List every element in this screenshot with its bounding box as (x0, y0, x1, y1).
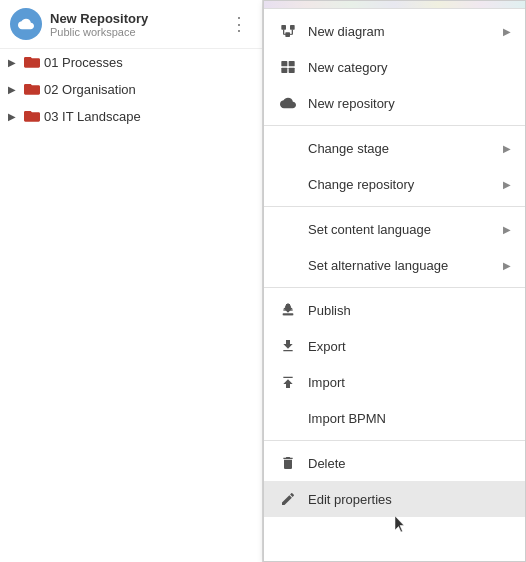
cloud-menu-icon (278, 93, 298, 113)
folder-icon-03 (24, 108, 40, 125)
svg-rect-5 (281, 61, 287, 66)
svg-rect-7 (281, 68, 287, 73)
menu-item-new-repository[interactable]: New repository (264, 85, 525, 121)
change-stage-label: Change stage (308, 141, 493, 156)
svg-rect-1 (290, 25, 295, 30)
tree-arrow-03: ▶ (8, 111, 20, 122)
tree-label-01: 01 Processes (44, 55, 123, 70)
menu-item-edit-properties[interactable]: Edit properties (264, 481, 525, 517)
menu-section-publish: Publish Export Import Import BPMN (264, 288, 525, 441)
menu-item-publish[interactable]: Publish (264, 292, 525, 328)
tree-arrow-02: ▶ (8, 84, 20, 95)
import-bpmn-label: Import BPMN (308, 411, 511, 426)
menu-item-set-content-language[interactable]: Set content language ▶ (264, 211, 525, 247)
set-content-language-arrow: ▶ (503, 224, 511, 235)
menu-item-import[interactable]: Import (264, 364, 525, 400)
export-icon (278, 336, 298, 356)
new-diagram-arrow: ▶ (503, 26, 511, 37)
folder-icon-02 (24, 81, 40, 98)
sidebar: New Repository Public workspace ⋮ ▶ 01 P… (0, 0, 263, 562)
repo-subtitle: Public workspace (50, 26, 218, 38)
set-alternative-language-arrow: ▶ (503, 260, 511, 271)
tree-item-03[interactable]: ▶ 03 IT Landscape (0, 103, 262, 130)
new-diagram-label: New diagram (308, 24, 493, 39)
publish-label: Publish (308, 303, 511, 318)
menu-item-new-diagram[interactable]: New diagram ▶ (264, 13, 525, 49)
menu-item-change-stage[interactable]: Change stage ▶ (264, 130, 525, 166)
change-repository-arrow: ▶ (503, 179, 511, 190)
folder-icon-01 (24, 54, 40, 71)
sidebar-header: New Repository Public workspace ⋮ (0, 0, 262, 49)
svg-rect-8 (289, 68, 295, 73)
delete-label: Delete (308, 456, 511, 471)
menu-section-new: New diagram ▶ New category New repositor… (264, 9, 525, 126)
menu-section-language: Set content language ▶ Set alternative l… (264, 207, 525, 288)
context-top-bar (264, 1, 525, 9)
menu-item-new-category[interactable]: New category (264, 49, 525, 85)
menu-section-delete: Delete Edit properties (264, 441, 525, 521)
tree-label-03: 03 IT Landscape (44, 109, 141, 124)
more-button[interactable]: ⋮ (226, 11, 252, 37)
change-repository-label: Change repository (308, 177, 493, 192)
new-repository-label: New repository (308, 96, 511, 111)
edit-icon (278, 489, 298, 509)
import-icon (278, 372, 298, 392)
edit-properties-label: Edit properties (308, 492, 511, 507)
new-category-label: New category (308, 60, 511, 75)
category-icon (278, 57, 298, 77)
delete-icon (278, 453, 298, 473)
repo-title: New Repository (50, 11, 218, 26)
menu-item-change-repository[interactable]: Change repository ▶ (264, 166, 525, 202)
menu-section-change: Change stage ▶ Change repository ▶ (264, 126, 525, 207)
context-menu: New diagram ▶ New category New repositor… (263, 0, 526, 562)
svg-rect-10 (283, 313, 294, 315)
menu-item-set-alternative-language[interactable]: Set alternative language ▶ (264, 247, 525, 283)
set-content-language-label: Set content language (308, 222, 493, 237)
cloud-icon (10, 8, 42, 40)
publish-icon (278, 300, 298, 320)
tree-arrow-01: ▶ (8, 57, 20, 68)
set-alternative-language-label: Set alternative language (308, 258, 493, 273)
diagram-icon (278, 21, 298, 41)
change-stage-arrow: ▶ (503, 143, 511, 154)
menu-item-delete[interactable]: Delete (264, 445, 525, 481)
tree-item-02[interactable]: ▶ 02 Organisation (0, 76, 262, 103)
menu-item-import-bpmn[interactable]: Import BPMN (264, 400, 525, 436)
import-label: Import (308, 375, 511, 390)
svg-rect-0 (281, 25, 286, 30)
export-label: Export (308, 339, 511, 354)
sidebar-header-text: New Repository Public workspace (50, 11, 218, 38)
tree-label-02: 02 Organisation (44, 82, 136, 97)
svg-rect-6 (289, 61, 295, 66)
tree-item-01[interactable]: ▶ 01 Processes (0, 49, 262, 76)
menu-item-export[interactable]: Export (264, 328, 525, 364)
